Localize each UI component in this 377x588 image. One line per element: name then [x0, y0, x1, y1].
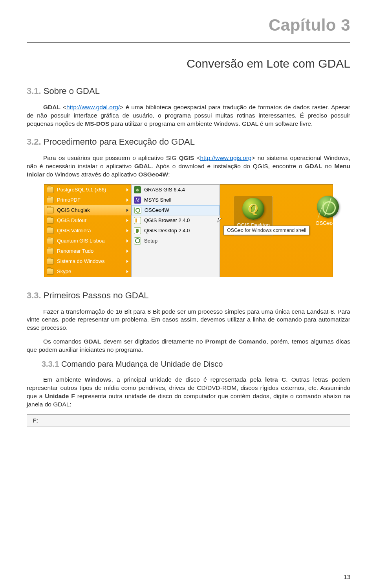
- text: no: [322, 163, 334, 169]
- text-bold: GDAL: [134, 163, 152, 169]
- menu-label: QGIS Desktop 2.4.0: [144, 228, 190, 233]
- submenu-msys[interactable]: MMSYS Shell: [132, 195, 220, 205]
- folder-icon: [47, 258, 54, 265]
- qgis-browser-icon: [134, 217, 141, 224]
- heading-text: Procedimento para Execução do GDAL: [41, 137, 195, 147]
- text: :: [168, 171, 170, 178]
- chevron-right-icon: [126, 219, 128, 222]
- menu-item-primopdf[interactable]: PrimoPDF: [44, 195, 131, 205]
- osgeo-logo-icon: [317, 196, 339, 218]
- command-text: F:: [33, 417, 38, 424]
- menu-item-qgis-dufour[interactable]: QGIS Dufour: [44, 215, 131, 226]
- heading-number: 3.1.: [27, 86, 41, 96]
- osgeo-icon: [134, 207, 141, 214]
- heading-text: Sobre o GDAL: [41, 86, 100, 96]
- text-bold: Windows: [84, 376, 111, 383]
- heading-3-1: 3.1. Sobre o GDAL: [27, 86, 350, 96]
- chapter-title: Capítulo 3: [27, 16, 350, 35]
- text: devem ser digitados diretamente no: [101, 338, 205, 345]
- chevron-right-icon: [126, 260, 128, 263]
- page-number: 13: [344, 573, 350, 580]
- qgis-desktop-icon: [134, 227, 141, 234]
- text-bold: GDAL: [84, 338, 101, 345]
- heading-number: 3.2.: [27, 137, 41, 147]
- text: . Após o download e instalação do QGIS, …: [152, 163, 305, 169]
- text-bold: MS-DOS: [85, 120, 109, 127]
- qgis-logo-icon: [242, 198, 264, 220]
- submenu-osgeo4w[interactable]: OSGeo4W: [132, 205, 220, 215]
- menu-label: PostgreSQL 9.1 (x86): [57, 187, 106, 193]
- menu-item-qgis-valmiera[interactable]: QGIS Valmiera: [44, 226, 131, 236]
- menu-label: QGIS Chugiak: [57, 207, 90, 213]
- grass-icon: ♣: [134, 186, 141, 193]
- main-title: Conversão em Lote com GDAL: [27, 57, 350, 70]
- menu-screenshot: PostgreSQL 9.1 (x86) PrimoPDF QGIS Chugi…: [44, 184, 333, 277]
- folder-icon: [47, 187, 54, 193]
- submenu-qgis-desktop[interactable]: QGIS Desktop 2.4.0: [132, 226, 220, 236]
- menu-label: Sistema do Windows: [57, 258, 104, 264]
- chevron-right-icon: [126, 198, 128, 202]
- menu-item-skype[interactable]: Skype: [44, 266, 131, 277]
- menu-item-renomear[interactable]: Renomear Tudo: [44, 246, 131, 256]
- menu-item-quantum-gis[interactable]: Quantum GIS Lisboa: [44, 236, 131, 246]
- icon-label: OSGeo4W: [308, 220, 348, 226]
- text-bold: GDAL: [43, 104, 60, 110]
- heading-text: Primeiros Passos no GDAL: [41, 290, 149, 300]
- text: Os comandos: [43, 338, 84, 345]
- setup-icon: [134, 237, 141, 244]
- separator: [27, 42, 350, 43]
- menu-label: PrimoPDF: [57, 197, 81, 203]
- desktop-icon-osgeo4w[interactable]: OSGeo4W: [308, 196, 348, 236]
- text: do Windows através do aplicativo: [45, 171, 139, 178]
- start-menu-col1: PostgreSQL 9.1 (x86) PrimoPDF QGIS Chugi…: [44, 184, 131, 277]
- chevron-right-icon: [126, 250, 128, 253]
- link-qgis[interactable]: http://www.qgis.org: [200, 154, 251, 161]
- text-bold: Prompt de Comando: [205, 338, 267, 345]
- chevron-right-icon: [126, 229, 128, 232]
- menu-label: Renomear Tudo: [57, 248, 93, 254]
- heading-3-2: 3.2. Procedimento para Execução do GDAL: [27, 137, 350, 147]
- submenu-qgis-browser[interactable]: QGIS Browser 2.4.0: [132, 215, 220, 226]
- link-gdal[interactable]: http://www.gdal.org/: [66, 104, 120, 110]
- menu-label: Skype: [57, 268, 71, 274]
- text-bold: OSGeo4W: [138, 171, 168, 178]
- menu-label: QGIS Valmiera: [57, 228, 91, 233]
- desktop-area: QGIS Desktop 2.4.0 OSGeo4W OSGeo for Win…: [220, 184, 333, 277]
- folder-icon: [47, 228, 54, 234]
- heading-number: 3.3.: [27, 290, 41, 300]
- text-bold: letra C: [265, 376, 286, 383]
- text: , a principal unidade de disco é represe…: [111, 376, 265, 383]
- text: <: [194, 154, 200, 161]
- menu-item-qgis-chugiak[interactable]: QGIS Chugiak: [44, 205, 131, 215]
- folder-icon: [47, 217, 54, 224]
- text: Para os usuários que possuem o aplicativ…: [43, 154, 179, 161]
- menu-label: GRASS GIS 6.4.4: [144, 187, 185, 193]
- chevron-right-icon: [126, 209, 128, 212]
- menu-label: OSGeo4W: [145, 207, 169, 213]
- submenu-grass[interactable]: ♣GRASS GIS 6.4.4: [132, 185, 220, 195]
- start-menu-col2: ♣GRASS GIS 6.4.4 MMSYS Shell OSGeo4W QGI…: [131, 184, 220, 277]
- text-bold: Unidade F: [45, 393, 75, 399]
- text-bold: QGIS: [179, 154, 194, 161]
- menu-item-postgresql[interactable]: PostgreSQL 9.1 (x86): [44, 185, 131, 195]
- menu-item-sistema[interactable]: Sistema do Windows: [44, 256, 131, 266]
- heading-3-3-1: 3.3.1 Comando para Mudança de Unidade de…: [42, 360, 350, 369]
- paragraph: Fazer a transformação de 16 Bit para 8 B…: [27, 308, 350, 333]
- text-bold: GDAL: [305, 163, 322, 169]
- text: para utilizar o programa em ambiente Win…: [109, 120, 313, 127]
- menu-label: QGIS Browser 2.4.0: [144, 217, 190, 223]
- submenu-setup[interactable]: Setup: [132, 236, 220, 246]
- chevron-right-icon: [126, 239, 128, 243]
- paragraph: Para os usuários que possuem o aplicativ…: [27, 154, 350, 179]
- text: <: [60, 104, 66, 110]
- text: Em ambiente: [43, 376, 84, 383]
- menu-label: QGIS Dufour: [57, 217, 86, 223]
- paragraph: Em ambiente Windows, a principal unidade…: [27, 376, 350, 409]
- text: representa outra unidade de disco do com…: [27, 393, 350, 408]
- folder-icon: [47, 197, 54, 203]
- folder-icon: [47, 238, 54, 244]
- chevron-right-icon: [126, 188, 128, 191]
- msys-icon: M: [134, 197, 141, 204]
- paragraph: GDAL <http://www.gdal.org/> é uma biblio…: [27, 103, 350, 128]
- paragraph: Os comandos GDAL devem ser digitados dir…: [27, 338, 350, 354]
